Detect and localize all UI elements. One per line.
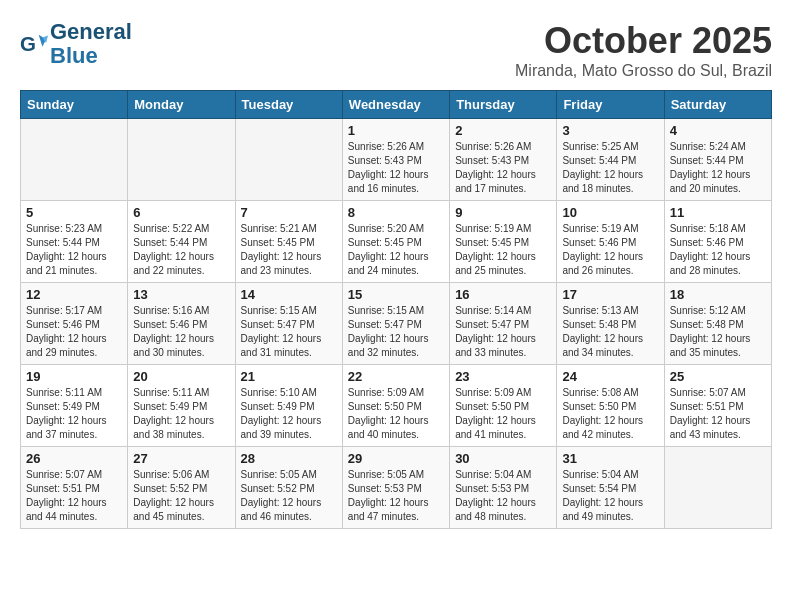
day-info: Sunrise: 5:04 AMSunset: 5:53 PMDaylight:… — [455, 468, 551, 524]
day-info: Sunrise: 5:09 AMSunset: 5:50 PMDaylight:… — [348, 386, 444, 442]
svg-text:G: G — [20, 32, 36, 55]
day-number: 20 — [133, 369, 229, 384]
calendar-cell: 7Sunrise: 5:21 AMSunset: 5:45 PMDaylight… — [235, 201, 342, 283]
calendar-cell: 12Sunrise: 5:17 AMSunset: 5:46 PMDayligh… — [21, 283, 128, 365]
logo-icon: G — [20, 30, 48, 58]
day-info: Sunrise: 5:19 AMSunset: 5:45 PMDaylight:… — [455, 222, 551, 278]
day-number: 7 — [241, 205, 337, 220]
day-number: 23 — [455, 369, 551, 384]
calendar-cell: 4Sunrise: 5:24 AMSunset: 5:44 PMDaylight… — [664, 119, 771, 201]
calendar-cell: 29Sunrise: 5:05 AMSunset: 5:53 PMDayligh… — [342, 447, 449, 529]
calendar-cell: 24Sunrise: 5:08 AMSunset: 5:50 PMDayligh… — [557, 365, 664, 447]
day-info: Sunrise: 5:11 AMSunset: 5:49 PMDaylight:… — [133, 386, 229, 442]
weekday-header-monday: Monday — [128, 91, 235, 119]
title-block: October 2025 Miranda, Mato Grosso do Sul… — [515, 20, 772, 80]
day-info: Sunrise: 5:22 AMSunset: 5:44 PMDaylight:… — [133, 222, 229, 278]
month-title: October 2025 — [515, 20, 772, 62]
day-number: 19 — [26, 369, 122, 384]
day-info: Sunrise: 5:26 AMSunset: 5:43 PMDaylight:… — [348, 140, 444, 196]
week-row-1: 1Sunrise: 5:26 AMSunset: 5:43 PMDaylight… — [21, 119, 772, 201]
calendar-cell: 3Sunrise: 5:25 AMSunset: 5:44 PMDaylight… — [557, 119, 664, 201]
day-number: 12 — [26, 287, 122, 302]
calendar-cell: 6Sunrise: 5:22 AMSunset: 5:44 PMDaylight… — [128, 201, 235, 283]
weekday-header-sunday: Sunday — [21, 91, 128, 119]
day-number: 3 — [562, 123, 658, 138]
day-info: Sunrise: 5:15 AMSunset: 5:47 PMDaylight:… — [348, 304, 444, 360]
day-info: Sunrise: 5:13 AMSunset: 5:48 PMDaylight:… — [562, 304, 658, 360]
calendar-cell — [128, 119, 235, 201]
calendar-cell: 27Sunrise: 5:06 AMSunset: 5:52 PMDayligh… — [128, 447, 235, 529]
day-number: 17 — [562, 287, 658, 302]
day-number: 5 — [26, 205, 122, 220]
day-number: 24 — [562, 369, 658, 384]
day-number: 4 — [670, 123, 766, 138]
day-info: Sunrise: 5:08 AMSunset: 5:50 PMDaylight:… — [562, 386, 658, 442]
calendar-table: SundayMondayTuesdayWednesdayThursdayFrid… — [20, 90, 772, 529]
calendar-cell: 10Sunrise: 5:19 AMSunset: 5:46 PMDayligh… — [557, 201, 664, 283]
day-number: 10 — [562, 205, 658, 220]
day-info: Sunrise: 5:17 AMSunset: 5:46 PMDaylight:… — [26, 304, 122, 360]
calendar-cell: 25Sunrise: 5:07 AMSunset: 5:51 PMDayligh… — [664, 365, 771, 447]
day-info: Sunrise: 5:06 AMSunset: 5:52 PMDaylight:… — [133, 468, 229, 524]
day-number: 26 — [26, 451, 122, 466]
calendar-cell: 22Sunrise: 5:09 AMSunset: 5:50 PMDayligh… — [342, 365, 449, 447]
day-info: Sunrise: 5:09 AMSunset: 5:50 PMDaylight:… — [455, 386, 551, 442]
weekday-header-row: SundayMondayTuesdayWednesdayThursdayFrid… — [21, 91, 772, 119]
calendar-cell — [664, 447, 771, 529]
day-number: 30 — [455, 451, 551, 466]
day-info: Sunrise: 5:10 AMSunset: 5:49 PMDaylight:… — [241, 386, 337, 442]
calendar-cell: 30Sunrise: 5:04 AMSunset: 5:53 PMDayligh… — [450, 447, 557, 529]
day-info: Sunrise: 5:07 AMSunset: 5:51 PMDaylight:… — [670, 386, 766, 442]
day-info: Sunrise: 5:07 AMSunset: 5:51 PMDaylight:… — [26, 468, 122, 524]
calendar-cell: 13Sunrise: 5:16 AMSunset: 5:46 PMDayligh… — [128, 283, 235, 365]
calendar-cell: 15Sunrise: 5:15 AMSunset: 5:47 PMDayligh… — [342, 283, 449, 365]
day-number: 9 — [455, 205, 551, 220]
day-info: Sunrise: 5:20 AMSunset: 5:45 PMDaylight:… — [348, 222, 444, 278]
day-number: 22 — [348, 369, 444, 384]
day-number: 27 — [133, 451, 229, 466]
calendar-cell — [235, 119, 342, 201]
calendar-cell: 14Sunrise: 5:15 AMSunset: 5:47 PMDayligh… — [235, 283, 342, 365]
day-info: Sunrise: 5:12 AMSunset: 5:48 PMDaylight:… — [670, 304, 766, 360]
day-info: Sunrise: 5:15 AMSunset: 5:47 PMDaylight:… — [241, 304, 337, 360]
calendar-cell: 11Sunrise: 5:18 AMSunset: 5:46 PMDayligh… — [664, 201, 771, 283]
week-row-3: 12Sunrise: 5:17 AMSunset: 5:46 PMDayligh… — [21, 283, 772, 365]
day-number: 31 — [562, 451, 658, 466]
day-info: Sunrise: 5:05 AMSunset: 5:53 PMDaylight:… — [348, 468, 444, 524]
day-info: Sunrise: 5:14 AMSunset: 5:47 PMDaylight:… — [455, 304, 551, 360]
calendar-cell: 8Sunrise: 5:20 AMSunset: 5:45 PMDaylight… — [342, 201, 449, 283]
weekday-header-wednesday: Wednesday — [342, 91, 449, 119]
day-number: 28 — [241, 451, 337, 466]
calendar-cell: 5Sunrise: 5:23 AMSunset: 5:44 PMDaylight… — [21, 201, 128, 283]
day-info: Sunrise: 5:21 AMSunset: 5:45 PMDaylight:… — [241, 222, 337, 278]
day-number: 6 — [133, 205, 229, 220]
day-info: Sunrise: 5:23 AMSunset: 5:44 PMDaylight:… — [26, 222, 122, 278]
day-info: Sunrise: 5:11 AMSunset: 5:49 PMDaylight:… — [26, 386, 122, 442]
calendar-cell: 18Sunrise: 5:12 AMSunset: 5:48 PMDayligh… — [664, 283, 771, 365]
day-number: 25 — [670, 369, 766, 384]
calendar-cell: 2Sunrise: 5:26 AMSunset: 5:43 PMDaylight… — [450, 119, 557, 201]
calendar-cell: 23Sunrise: 5:09 AMSunset: 5:50 PMDayligh… — [450, 365, 557, 447]
weekday-header-saturday: Saturday — [664, 91, 771, 119]
day-info: Sunrise: 5:18 AMSunset: 5:46 PMDaylight:… — [670, 222, 766, 278]
weekday-header-thursday: Thursday — [450, 91, 557, 119]
week-row-4: 19Sunrise: 5:11 AMSunset: 5:49 PMDayligh… — [21, 365, 772, 447]
calendar-cell: 26Sunrise: 5:07 AMSunset: 5:51 PMDayligh… — [21, 447, 128, 529]
day-number: 2 — [455, 123, 551, 138]
day-info: Sunrise: 5:16 AMSunset: 5:46 PMDaylight:… — [133, 304, 229, 360]
day-number: 15 — [348, 287, 444, 302]
calendar-cell: 17Sunrise: 5:13 AMSunset: 5:48 PMDayligh… — [557, 283, 664, 365]
calendar-cell: 31Sunrise: 5:04 AMSunset: 5:54 PMDayligh… — [557, 447, 664, 529]
calendar-cell — [21, 119, 128, 201]
day-info: Sunrise: 5:05 AMSunset: 5:52 PMDaylight:… — [241, 468, 337, 524]
day-info: Sunrise: 5:04 AMSunset: 5:54 PMDaylight:… — [562, 468, 658, 524]
day-number: 8 — [348, 205, 444, 220]
day-info: Sunrise: 5:26 AMSunset: 5:43 PMDaylight:… — [455, 140, 551, 196]
location-title: Miranda, Mato Grosso do Sul, Brazil — [515, 62, 772, 80]
day-info: Sunrise: 5:25 AMSunset: 5:44 PMDaylight:… — [562, 140, 658, 196]
calendar-cell: 1Sunrise: 5:26 AMSunset: 5:43 PMDaylight… — [342, 119, 449, 201]
calendar-cell: 20Sunrise: 5:11 AMSunset: 5:49 PMDayligh… — [128, 365, 235, 447]
day-number: 29 — [348, 451, 444, 466]
calendar-cell: 19Sunrise: 5:11 AMSunset: 5:49 PMDayligh… — [21, 365, 128, 447]
day-number: 18 — [670, 287, 766, 302]
